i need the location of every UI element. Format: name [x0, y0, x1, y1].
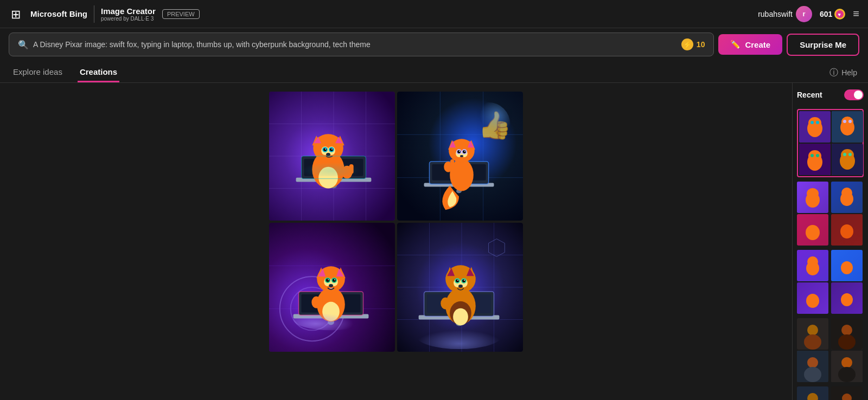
- thumbnail-4-2: [831, 318, 863, 350]
- action-buttons: ✏️ Create Surprise Me: [718, 34, 859, 56]
- svg-rect-33: [301, 159, 360, 176]
- svg-point-132: [816, 121, 819, 124]
- svg-point-157: [840, 224, 853, 238]
- svg-point-171: [841, 325, 852, 336]
- image-cell-3[interactable]: [269, 223, 395, 352]
- thumbnail-3-4: [831, 282, 863, 314]
- svg-point-136: [843, 120, 846, 123]
- search-bar[interactable]: 🔍 ⚡ 10: [9, 33, 714, 56]
- surprise-me-button[interactable]: Surprise Me: [787, 34, 859, 56]
- create-button[interactable]: ✏️ Create: [718, 34, 782, 55]
- tab-explore-ideas[interactable]: Explore ideas: [11, 63, 65, 82]
- svg-point-150: [807, 188, 819, 199]
- coins-badge: 601 ♥: [820, 9, 845, 20]
- svg-point-172: [838, 334, 856, 350]
- svg-point-169: [804, 334, 821, 350]
- svg-point-26: [323, 148, 327, 151]
- thumbnail-3-1: [797, 250, 828, 281]
- thumbnail-2-3: [797, 214, 828, 246]
- svg-point-27: [330, 148, 333, 151]
- svg-point-162: [841, 261, 853, 274]
- coin-icon: ♥: [834, 9, 845, 20]
- tabs-bar: Explore ideas Creations ⓘ Help: [0, 61, 868, 83]
- thumbnail-group-2[interactable]: [797, 182, 864, 246]
- thumbnail-5-2: [831, 386, 863, 400]
- search-coins: ⚡ 10: [681, 38, 705, 50]
- thumbnail-group-5[interactable]: [797, 386, 864, 400]
- svg-point-130: [808, 117, 821, 129]
- header-right: rubahswift r 601 ♥ ≡: [758, 6, 859, 22]
- help-label: Help: [841, 68, 857, 77]
- thumbnail-2-2: [831, 182, 863, 213]
- svg-point-178: [838, 367, 856, 382]
- svg-point-146: [843, 153, 846, 156]
- svg-point-122: [457, 280, 458, 281]
- svg-point-175: [804, 367, 821, 382]
- svg-point-59: [464, 151, 465, 152]
- svg-point-93: [293, 309, 369, 331]
- search-area: 🔍 ⚡ 10 ✏️ Create Surprise Me: [0, 28, 868, 61]
- tabs-left: Explore ideas Creations: [11, 63, 119, 82]
- thumbnail-group-3[interactable]: [797, 250, 864, 314]
- svg-point-123: [464, 280, 465, 281]
- image-cell-1[interactable]: [269, 92, 395, 221]
- svg-point-131: [810, 121, 814, 124]
- menu-icon[interactable]: ≡: [853, 8, 859, 20]
- thumbnail-group-1[interactable]: [797, 109, 864, 177]
- thumbnail-3-3: [797, 282, 828, 314]
- creator-title: Image Creator: [101, 7, 156, 16]
- svg-point-137: [848, 120, 852, 123]
- svg-rect-92: [318, 295, 322, 304]
- svg-point-120: [456, 279, 459, 282]
- svg-text:♥: ♥: [838, 11, 841, 17]
- image-cell-2[interactable]: 👍: [397, 92, 523, 221]
- svg-point-63: [467, 102, 510, 145]
- help-link[interactable]: ⓘ Help: [829, 67, 857, 79]
- svg-point-30: [326, 153, 330, 156]
- search-input[interactable]: [33, 40, 677, 49]
- svg-point-145: [841, 149, 854, 161]
- thumbnail-4-1: [797, 318, 828, 350]
- thumbnail-5-1: [797, 386, 828, 400]
- svg-rect-126: [448, 296, 451, 305]
- thumbnail-group-4[interactable]: [797, 318, 864, 382]
- thumbnail-2-4: [831, 214, 863, 246]
- image-grid: 👍: [269, 92, 523, 352]
- svg-point-87: [333, 279, 336, 282]
- svg-point-177: [841, 357, 852, 368]
- image-cell-4[interactable]: [397, 223, 523, 352]
- lightning-icon: ⚡: [681, 38, 693, 50]
- svg-point-124: [458, 285, 463, 288]
- svg-point-56: [457, 150, 461, 153]
- svg-point-60: [460, 155, 463, 157]
- svg-point-168: [807, 325, 818, 336]
- bing-text: Microsoft Bing: [30, 9, 87, 18]
- search-coin-count: 10: [697, 40, 705, 49]
- create-pencil-icon: ✏️: [730, 40, 741, 49]
- sidebar: Recent: [792, 83, 868, 400]
- svg-rect-62: [450, 159, 454, 167]
- thumbnail-3-2: [831, 250, 863, 281]
- thumbnail-1-1: [799, 111, 831, 143]
- svg-point-164: [806, 294, 819, 308]
- recent-toggle[interactable]: [844, 89, 864, 100]
- help-circle-icon: ⓘ: [829, 67, 838, 79]
- thumbnail-4-4: [831, 351, 863, 382]
- svg-point-174: [807, 357, 818, 368]
- coins-count: 601: [820, 10, 832, 18]
- thumbnail-4-3: [797, 351, 828, 382]
- svg-point-90: [329, 284, 333, 287]
- sidebar-header: Recent: [797, 89, 864, 100]
- avatar: r: [796, 6, 812, 22]
- svg-point-142: [816, 154, 819, 157]
- svg-point-160: [807, 256, 818, 267]
- bing-logo[interactable]: ⊞ Microsoft Bing: [9, 5, 87, 23]
- header: ⊞ Microsoft Bing Image Creator powered b…: [0, 0, 868, 28]
- thumbnail-2-1: [797, 182, 828, 213]
- tab-creations[interactable]: Creations: [78, 63, 119, 82]
- user-info[interactable]: rubahswift r: [758, 6, 812, 22]
- svg-point-58: [459, 151, 460, 152]
- svg-point-155: [806, 225, 820, 240]
- sidebar-title: Recent: [797, 91, 822, 99]
- svg-point-127: [416, 322, 502, 349]
